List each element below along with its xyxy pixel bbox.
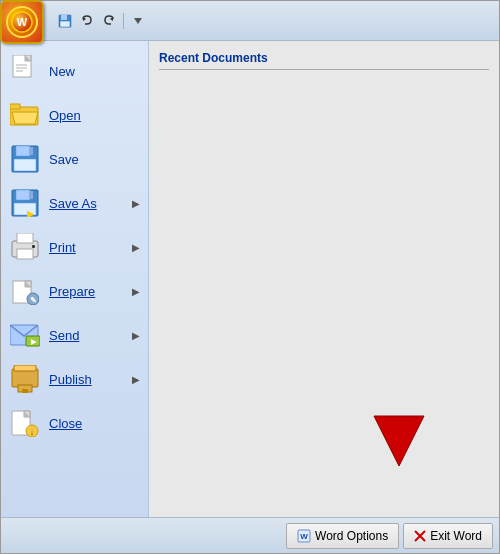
menu-item-save-as[interactable]: ▶ Save As ▶ [1, 181, 148, 225]
svg-rect-26 [17, 233, 33, 243]
svg-rect-28 [32, 245, 35, 248]
menu-label-prepare: Prepare [49, 284, 124, 299]
svg-text:↓: ↓ [30, 427, 35, 437]
svg-marker-7 [134, 18, 142, 24]
toolbar-icons [55, 11, 148, 31]
svg-rect-17 [16, 146, 30, 156]
svg-rect-23 [29, 191, 33, 199]
publish-icon [9, 363, 41, 395]
save-as-icon: ▶ [9, 187, 41, 219]
toolbar [1, 1, 499, 41]
menu-label-new: New [49, 64, 140, 79]
app-window: W [0, 0, 500, 554]
svg-text:✎: ✎ [30, 296, 37, 305]
publish-arrow: ▶ [132, 374, 140, 385]
menu-item-prepare[interactable]: ✎ Prepare ▶ [1, 269, 148, 313]
panel-content [159, 78, 489, 534]
menu-label-print: Print [49, 240, 124, 255]
menu-label-open: Open [49, 108, 140, 123]
toolbar-separator [123, 13, 124, 29]
menu-label-save-as: Save As [49, 196, 124, 211]
menu-item-new[interactable]: New [1, 49, 148, 93]
menu-item-save[interactable]: Save [1, 137, 148, 181]
svg-rect-40 [22, 389, 28, 393]
prepare-arrow: ▶ [132, 286, 140, 297]
svg-text:▶: ▶ [27, 209, 35, 217]
open-icon [9, 99, 41, 131]
svg-marker-46 [374, 416, 424, 466]
svg-text:W: W [17, 16, 28, 28]
office-button-logo: W [6, 6, 38, 38]
recent-documents-title: Recent Documents [159, 51, 489, 70]
svg-rect-15 [10, 104, 20, 109]
menu-label-send: Send [49, 328, 124, 343]
menu-item-publish[interactable]: Publish ▶ [1, 357, 148, 401]
office-button[interactable]: W [0, 0, 44, 44]
svg-marker-6 [110, 17, 113, 21]
menu-label-close: Close [49, 416, 140, 431]
toolbar-undo-button[interactable] [77, 11, 97, 31]
close-doc-icon: ↓ [9, 407, 41, 439]
toolbar-save-button[interactable] [55, 11, 75, 31]
toolbar-redo-button[interactable] [99, 11, 119, 31]
main-content: New Open [1, 41, 499, 517]
send-arrow: ▶ [132, 330, 140, 341]
svg-rect-21 [16, 190, 30, 200]
svg-rect-4 [60, 21, 70, 27]
svg-rect-27 [17, 249, 33, 259]
cursor-arrow [369, 411, 429, 474]
new-icon [9, 55, 41, 87]
svg-rect-3 [61, 15, 67, 20]
menu-label-save: Save [49, 152, 140, 167]
menu-item-print[interactable]: Print ▶ [1, 225, 148, 269]
prepare-icon: ✎ [9, 275, 41, 307]
menu-item-open[interactable]: Open [1, 93, 148, 137]
menu-panel: New Open [1, 41, 149, 517]
menu-item-send[interactable]: ▶ Send ▶ [1, 313, 148, 357]
send-icon: ▶ [9, 319, 41, 351]
save-icon [9, 143, 41, 175]
svg-marker-5 [83, 17, 86, 21]
print-arrow: ▶ [132, 242, 140, 253]
svg-rect-37 [12, 369, 38, 387]
svg-rect-18 [14, 159, 36, 171]
menu-item-close[interactable]: ↓ Close [1, 401, 148, 445]
menu-label-publish: Publish [49, 372, 124, 387]
svg-rect-19 [29, 147, 33, 155]
save-as-arrow: ▶ [132, 198, 140, 209]
svg-rect-38 [14, 365, 36, 371]
toolbar-customize-button[interactable] [128, 11, 148, 31]
recent-panel: Recent Documents [149, 41, 499, 517]
print-icon [9, 231, 41, 263]
